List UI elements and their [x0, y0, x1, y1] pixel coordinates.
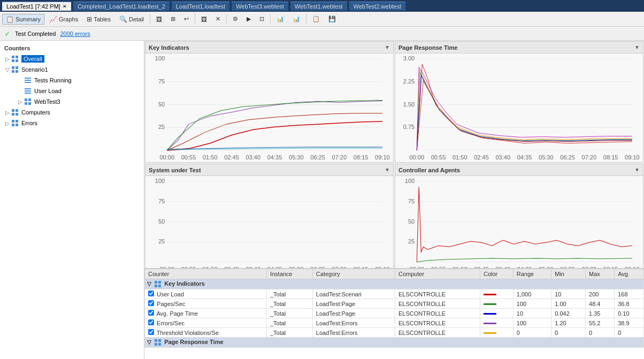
- section-expand-page-response[interactable]: ▽: [147, 339, 151, 345]
- range-5: 0: [513, 328, 551, 338]
- charts-top-row: Key Indicators ▼: [144, 41, 644, 163]
- data-table-container: Counter Instance Category Computer Color…: [144, 268, 644, 359]
- grid-icon-errors: [11, 119, 19, 127]
- tab-loadtest1[interactable]: LoadTest1 [7:42 PM] ✕: [2, 2, 71, 11]
- tables-label: Tables: [94, 16, 111, 22]
- tab-loadtest1b[interactable]: LoadTest1.loadtest: [172, 2, 229, 11]
- detail-icon: 🔍: [119, 16, 127, 23]
- svg-rect-24: [12, 124, 14, 126]
- tree-item-errors[interactable]: ▷ Errors: [0, 118, 144, 128]
- svg-text:04:35: 04:35: [267, 266, 282, 268]
- toolbar-icon-btn-8[interactable]: ⊡: [256, 14, 268, 24]
- svg-text:09:10: 09:10: [375, 154, 390, 161]
- key-indicators-title: Key Indicators: [149, 44, 189, 51]
- toolbar-excel-btn-1[interactable]: 📊: [273, 14, 288, 24]
- tree-item-user-load[interactable]: User Load: [0, 86, 144, 96]
- svg-rect-15: [28, 98, 31, 101]
- counters-header: Counters: [0, 43, 144, 54]
- tree-item-overall[interactable]: ▷ Overall: [0, 54, 144, 64]
- row-checkbox-4[interactable]: [148, 319, 154, 325]
- min-4: 1.20: [551, 318, 586, 328]
- gear-icon: ⚙: [233, 16, 238, 22]
- toolbar-copy-btn[interactable]: 📋: [309, 14, 324, 24]
- toolbar-icon-btn-5[interactable]: ✕: [212, 14, 224, 24]
- svg-text:04:35: 04:35: [267, 154, 282, 161]
- svg-text:00:55: 00:55: [181, 154, 196, 161]
- svg-text:01:50: 01:50: [203, 266, 218, 268]
- min-5: 0: [551, 328, 586, 338]
- grid-icon-scenario1: [11, 65, 19, 74]
- color-3: [480, 309, 513, 318]
- svg-text:04:35: 04:35: [517, 266, 532, 268]
- title-bar: LoadTest1 [7:42 PM] ✕ Completed_LoadTest…: [0, 0, 644, 12]
- svg-text:00:00: 00:00: [409, 266, 424, 268]
- key-indicators-expand[interactable]: ▼: [385, 44, 390, 50]
- svg-text:05:30: 05:30: [539, 154, 554, 161]
- table-row: Avg. Page Time _Total LoadTest:Page ELSC…: [145, 309, 644, 318]
- tab-webtest3[interactable]: WebTest3.webtest: [232, 2, 288, 11]
- page-response-expand[interactable]: ▼: [634, 44, 640, 50]
- errors-label: Errors: [21, 120, 37, 126]
- toolbar-icon-btn-7[interactable]: ▶: [243, 14, 255, 24]
- toolbar-icon-btn-2[interactable]: ⊞: [167, 14, 179, 24]
- errors-link[interactable]: 2000 errors: [60, 30, 90, 37]
- tab-close-icon[interactable]: ✕: [63, 4, 67, 9]
- graphs-button[interactable]: 📈 Graphs: [45, 14, 82, 25]
- avg-2: 36.8: [615, 299, 644, 309]
- svg-text:25: 25: [158, 238, 165, 245]
- grid-icon-overall: [11, 55, 19, 63]
- tree-item-tests-running[interactable]: Tests Running: [0, 75, 144, 86]
- tab-webtest2[interactable]: WebTest2.webtest: [349, 2, 406, 11]
- toolbar-icon-btn-4[interactable]: 🖼: [197, 14, 211, 24]
- svg-rect-3: [16, 59, 18, 62]
- avg-3: 0.10: [615, 309, 644, 318]
- toolbar-icon-btn-6[interactable]: ⚙: [229, 14, 242, 24]
- row-checkbox-2[interactable]: [148, 300, 154, 306]
- col-instance: Instance: [266, 269, 312, 279]
- svg-text:25: 25: [158, 124, 165, 130]
- toolbar-excel-btn-2[interactable]: 📊: [289, 14, 304, 24]
- key-indicators-chart: 100 75 50 25: [145, 54, 393, 162]
- tree-item-scenario1[interactable]: ▽ Scenario1: [0, 64, 144, 75]
- section-page-response: ▽ Page Response Time: [145, 338, 644, 348]
- category-2: LoadTest:Page: [312, 299, 395, 309]
- svg-text:50: 50: [408, 218, 415, 225]
- tree-item-computers[interactable]: ▷ Computers: [0, 107, 144, 118]
- toolbar-icon-btn-1[interactable]: 🖼: [152, 14, 166, 24]
- controller-agents-expand[interactable]: ▼: [634, 167, 640, 173]
- page-response-panel: Page Response Time ▼ 3.00 2.25: [395, 41, 643, 163]
- section-expand-key-indicators[interactable]: ▽: [147, 281, 151, 287]
- tab-webtest1[interactable]: WebTest1.webtest: [290, 2, 347, 11]
- row-checkbox-5[interactable]: [148, 329, 154, 335]
- graphs-label: Graphs: [59, 16, 78, 22]
- overall-label: Overall: [21, 55, 44, 63]
- tab-label: WebTest2.webtest: [354, 3, 402, 10]
- toolbar-icon-btn-3[interactable]: ↩: [180, 14, 193, 24]
- charts-area: Key Indicators ▼: [144, 41, 644, 268]
- page-response-title: Page Response Time: [398, 44, 457, 51]
- row-checkbox-1[interactable]: [148, 291, 154, 296]
- expand-icon-overall: ▷: [4, 56, 11, 62]
- svg-text:08:15: 08:15: [354, 154, 369, 161]
- svg-text:05:30: 05:30: [289, 154, 304, 161]
- controller-agents-body: 100 75 50 25 00:00 00:55 01:50 02:45: [395, 176, 643, 268]
- row-checkbox-3[interactable]: [148, 310, 154, 316]
- col-min: Min: [551, 269, 586, 279]
- toolbar-save-btn[interactable]: 💾: [325, 14, 340, 24]
- svg-rect-114: [155, 339, 157, 342]
- svg-text:1.50: 1.50: [403, 101, 415, 108]
- svg-rect-26: [145, 54, 393, 162]
- detail-button[interactable]: 🔍 Detail: [116, 14, 148, 25]
- system-under-test-expand[interactable]: ▼: [385, 167, 390, 173]
- controller-agents-panel: Controller and Agents ▼ 100 75: [395, 164, 643, 268]
- status-success-icon: ✓: [4, 29, 11, 38]
- toolbar: 📋 Summary 📈 Graphs ⊞ Tables 🔍 Detail 🖼 ⊞…: [0, 12, 644, 27]
- tree-item-webtest3[interactable]: ▷ WebTest3: [0, 96, 144, 107]
- tables-button[interactable]: ⊞ Tables: [83, 14, 114, 25]
- tab-completed[interactable]: Completed_LoadTest1.loadtest_2: [73, 2, 170, 11]
- svg-rect-17: [28, 102, 31, 105]
- svg-rect-47: [395, 54, 643, 162]
- svg-text:75: 75: [158, 198, 165, 204]
- range-3: 10: [513, 309, 551, 318]
- summary-button[interactable]: 📋 Summary: [2, 14, 44, 25]
